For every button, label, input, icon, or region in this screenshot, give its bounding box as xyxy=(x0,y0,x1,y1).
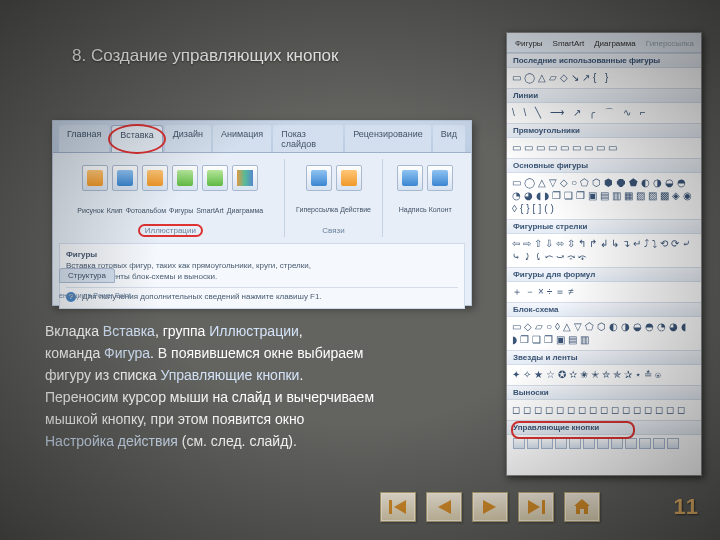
sec-lines: Линии xyxy=(507,88,701,103)
svg-rect-0 xyxy=(389,500,392,514)
tab-design[interactable]: Дизайн xyxy=(165,125,211,152)
glyphs-arrows[interactable]: ⇦⇨⇧⇩⬄⇳↰↱↲↳↴↵⤴⤵⟲⟳⤶⤷⤸⤹⤺⤻⤼⤽ xyxy=(507,234,701,267)
tooltip-title: Фигуры xyxy=(66,250,458,259)
action-icon[interactable] xyxy=(336,165,362,191)
group-links-label: Связи xyxy=(291,224,377,235)
top-chart[interactable]: Диаграмма xyxy=(592,37,638,50)
lab-action: Действие xyxy=(340,206,371,213)
lab-textbox: Надпись xyxy=(399,206,427,213)
glyphs-formula[interactable]: ＋－×÷＝≠ xyxy=(507,282,701,302)
tab-view[interactable]: Вид xyxy=(433,125,465,152)
tab-review[interactable]: Рецензирование xyxy=(345,125,431,152)
glyphs-flowchart[interactable]: ▭◇▱○◊△▽⬠⬡◐◑◒◓◔◕◖◗❐❑❒▣▤▥ xyxy=(507,317,701,350)
glyphs-rects[interactable]: ▭▭▭▭▭▭▭▭▭ xyxy=(507,138,701,158)
svg-marker-1 xyxy=(394,500,406,514)
nav-next-button[interactable] xyxy=(472,492,508,522)
glyphs-basic[interactable]: ▭◯△▽◇○⬠⬡⬢⯃⬟◐◑◒◓◔◕◖◗❐❑❒▣▤▥▦▧▨▩◈◉◊{}[]() xyxy=(507,173,701,219)
glyphs-recent[interactable]: ▭◯△▱◇↘↗{ } xyxy=(507,68,701,88)
lab-shapes: Фигуры xyxy=(169,207,193,214)
shapes-gallery-panel: Фигуры SmartArt Диаграмма Гиперссылка Де… xyxy=(506,32,702,476)
ribbon-tabs: Главная Вставка Дизайн Анимация Показ сл… xyxy=(53,121,471,153)
svg-marker-2 xyxy=(438,500,451,514)
lab-clip: Клип xyxy=(107,207,123,214)
header-icon[interactable] xyxy=(427,165,453,191)
chart-icon[interactable] xyxy=(232,165,258,191)
clip-icon[interactable] xyxy=(112,165,138,191)
lab-chart: Диаграмма xyxy=(227,207,263,214)
ribbon-screenshot: Главная Вставка Дизайн Анимация Показ сл… xyxy=(52,120,472,306)
smartart-icon[interactable] xyxy=(202,165,228,191)
sec-stars: Звезды и ленты xyxy=(507,350,701,365)
body-text: Вкладка Вставка, группа Иллюстрации, ком… xyxy=(45,320,475,452)
tab-home[interactable]: Главная xyxy=(59,125,109,152)
group-illustrations-label: Иллюстрации xyxy=(141,226,200,235)
sec-basic: Основные фигуры xyxy=(507,158,701,173)
glyphs-lines[interactable]: \ \ ╲ ⟶ ↗ ╭ ⌒ ∿ ⌐ xyxy=(507,103,701,123)
page-number: 11 xyxy=(674,494,698,520)
tooltip-line1: Вставка готовых фигур, таких как прямоуг… xyxy=(66,261,458,270)
shapes-icon[interactable] xyxy=(172,165,198,191)
svg-marker-4 xyxy=(528,500,540,514)
slide-heading: 8. Создание управляющих кнопок xyxy=(72,46,339,66)
sec-rects: Прямоугольники xyxy=(507,123,701,138)
structure-tab[interactable]: Структура xyxy=(59,268,115,283)
lab-picture: Рисунок xyxy=(77,207,103,214)
glyphs-callouts[interactable]: ◻◻◻◻◻◻◻◻◻◻◻◻◻◻◻◻ xyxy=(507,400,701,420)
tab-slideshow[interactable]: Показ слайдов xyxy=(273,125,343,152)
shapes-tooltip: Фигуры Вставка готовых фигур, таких как … xyxy=(59,243,465,309)
picture-icon[interactable] xyxy=(82,165,108,191)
footer-text: ентации в Power Point xyxy=(59,292,131,299)
top-hyper[interactable]: Гиперссылка xyxy=(644,37,696,50)
lab-header: Колонт xyxy=(429,206,452,213)
tab-animation[interactable]: Анимация xyxy=(213,125,271,152)
panel-top: Фигуры SmartArt Диаграмма Гиперссылка Де… xyxy=(507,33,701,53)
sec-flowchart: Блок-схема xyxy=(507,302,701,317)
tab-insert[interactable]: Вставка xyxy=(111,125,162,152)
top-shapes[interactable]: Фигуры xyxy=(513,37,545,50)
sec-callouts: Выноски xyxy=(507,385,701,400)
sec-formula: Фигуры для формул xyxy=(507,267,701,282)
sec-arrows: Фигурные стрелки xyxy=(507,219,701,234)
lab-smartart: SmartArt xyxy=(196,207,224,214)
svg-rect-5 xyxy=(542,500,545,514)
nav-buttons xyxy=(380,492,600,522)
hyperlink-icon[interactable] xyxy=(306,165,332,191)
photoalbum-icon[interactable] xyxy=(142,165,168,191)
nav-home-button[interactable] xyxy=(564,492,600,522)
svg-marker-3 xyxy=(483,500,496,514)
nav-first-button[interactable] xyxy=(380,492,416,522)
nav-last-button[interactable] xyxy=(518,492,554,522)
nav-prev-button[interactable] xyxy=(426,492,462,522)
lab-hyper: Гиперссылка xyxy=(296,206,338,213)
sec-recent: Последние использованные фигуры xyxy=(507,53,701,68)
sec-action-buttons: Управляющие кнопки xyxy=(507,420,701,435)
svg-marker-6 xyxy=(574,499,590,514)
tooltip-line2: линии, элементы блок-схемы и выноски. xyxy=(66,272,458,281)
lab-album: Фотоальбом xyxy=(126,207,166,214)
textbox-icon[interactable] xyxy=(397,165,423,191)
top-smartart[interactable]: SmartArt xyxy=(551,37,587,50)
glyphs-stars[interactable]: ✦✧★☆✪✫✬✭✮✯✰⋆≛⍟ xyxy=(507,365,701,385)
